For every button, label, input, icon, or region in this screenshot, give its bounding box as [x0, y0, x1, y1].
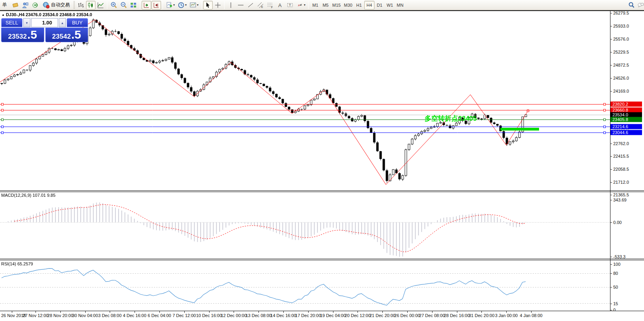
time-tick-mark	[184, 311, 185, 313]
volume-down-button[interactable]: ▾	[23, 18, 30, 27]
chart-shift-icon	[153, 2, 160, 9]
toolbar-right-group	[627, 0, 644, 10]
bar-chart-icon	[77, 2, 84, 9]
timeframe-H1[interactable]: H1	[354, 1, 364, 9]
sell-button[interactable]: SELL	[1, 18, 22, 27]
chart-ohlc-header: ▲DJ30-,H4 23476.0 23534.0 23468.0 23534.…	[2, 12, 92, 17]
timeframe-M5[interactable]: M5	[320, 1, 331, 9]
buy-price-main: 23542	[52, 33, 71, 41]
toolbar-separator	[140, 1, 140, 9]
tile-windows-button[interactable]	[129, 1, 138, 9]
main-chart-canvas[interactable]	[0, 11, 610, 190]
templates-button[interactable]: ▾	[188, 1, 200, 9]
candlestick-chart-button[interactable]	[86, 1, 95, 9]
market-watch-button[interactable]	[21, 1, 30, 9]
time-axis: 26 Nov 201827 Nov 12:0028 Nov 20:0030 No…	[0, 311, 644, 321]
signal-button[interactable]	[30, 1, 40, 9]
rsi-pane-canvas[interactable]	[0, 261, 610, 311]
line-chart-button[interactable]	[96, 1, 105, 9]
time-tick-mark	[333, 311, 333, 313]
bar-chart-button[interactable]	[76, 1, 86, 9]
autotrading-button[interactable]: 自动交易	[40, 1, 72, 9]
price-line-badge: 23820.2	[610, 101, 642, 106]
time-tick-mark	[36, 311, 36, 313]
vertical-line-button[interactable]	[226, 1, 236, 9]
volume-input[interactable]: 1.00	[31, 18, 58, 27]
horizontal-line-icon	[237, 2, 244, 9]
text-icon: A	[277, 2, 284, 9]
search-button[interactable]	[627, 1, 636, 9]
equidistant-channel-button[interactable]: E	[256, 1, 265, 9]
toolbar-separator	[201, 1, 202, 9]
buy-price[interactable]: 23542 .5	[45, 28, 88, 42]
dropdown-arrow[interactable]: ▾	[185, 3, 187, 7]
axis-tick-mark	[610, 65, 612, 65]
timeframe-MN[interactable]: MN	[395, 1, 405, 9]
time-tick-label: 12 Dec 00:00	[221, 313, 247, 318]
axis-tick-mark	[610, 26, 612, 26]
sell-price[interactable]: 23532 .5	[1, 28, 44, 42]
axis-tick-label: 26279.5	[613, 11, 629, 15]
text-label-button[interactable]: T	[285, 1, 295, 9]
time-tick-mark	[12, 311, 12, 313]
one-click-trading-panel: SELL ▾ 1.00 ▴ BUY 23532 .5 23542 .5	[1, 18, 88, 42]
axis-tick-label: 343.69	[613, 198, 627, 202]
trendline-button[interactable]	[246, 1, 255, 9]
buy-button[interactable]: BUY	[67, 18, 88, 27]
time-tick-label: 30 Nov 04:00	[72, 313, 98, 318]
zoom-in-button[interactable]	[109, 1, 118, 9]
pane-divider[interactable]	[0, 190, 644, 192]
time-tick-mark	[308, 311, 309, 313]
fibonacci-button[interactable]: F	[266, 1, 275, 9]
text-button[interactable]: A	[275, 1, 285, 9]
time-tick-mark	[382, 311, 383, 313]
text-label-icon: T	[286, 2, 294, 9]
profiles-icon	[12, 2, 19, 9]
toolbar-separator	[163, 1, 163, 9]
chat-button[interactable]	[636, 1, 644, 9]
timeframe-H4[interactable]: H4	[364, 1, 374, 9]
toolbar: 单 自动交易	[0, 0, 644, 10]
macd-pane-canvas[interactable]	[0, 192, 610, 258]
pane-divider[interactable]	[0, 259, 644, 260]
timeframe-D1[interactable]: D1	[374, 1, 385, 9]
time-tick-label: 7 Dec 12:00	[172, 313, 196, 318]
dropdown-arrow[interactable]: ▾	[304, 3, 305, 7]
timeframe-M1[interactable]: M1	[310, 1, 320, 9]
time-tick-label: 3 Dec 08:00	[98, 313, 122, 318]
volume-up-button[interactable]: ▴	[59, 18, 66, 27]
rsi-indicator-label: RSI(14) 65.2579	[1, 261, 33, 266]
time-tick-label: 17 Dec 20:00	[295, 313, 321, 318]
timeframe-M15[interactable]: M15	[331, 1, 342, 9]
zoom-out-button[interactable]	[119, 1, 128, 9]
time-tick-mark	[209, 311, 210, 313]
cursor-button[interactable]	[203, 1, 213, 9]
profiles-button[interactable]	[11, 1, 20, 9]
svg-text:T: T	[289, 3, 291, 7]
chart-shift-button[interactable]	[152, 1, 161, 9]
ohlc-high: 23534.0	[43, 12, 58, 17]
periods-button[interactable]: ▾	[176, 1, 188, 9]
horizontal-line-button[interactable]	[236, 1, 245, 9]
dropdown-arrow[interactable]: ▾	[173, 3, 175, 7]
timeframe-W1[interactable]: W1	[385, 1, 395, 9]
price-line-badge: 23534.0	[610, 112, 642, 117]
axis-tick-label: 50	[613, 285, 618, 289]
buy-price-pip: .5	[71, 29, 81, 41]
axis-tick-mark	[610, 200, 612, 200]
toolbar-grip	[73, 1, 75, 9]
indicators-button[interactable]: ▾	[165, 1, 176, 9]
ohlc-close: 23534.0	[77, 12, 92, 17]
trendline-icon	[247, 2, 254, 9]
axis-tick-label: 0.00	[613, 220, 622, 225]
sell-price-main: 23532	[8, 33, 27, 41]
new-order-button[interactable]: 单	[1, 1, 10, 9]
timeframe-M30[interactable]: M30	[342, 1, 354, 9]
arrows-button[interactable]: ▾	[295, 1, 307, 9]
price-line-badge: 23044.6	[610, 130, 642, 135]
dropdown-arrow[interactable]: ▾	[197, 3, 198, 7]
cursor-icon	[204, 2, 212, 9]
auto-scroll-button[interactable]	[142, 1, 151, 9]
crosshair-button[interactable]	[213, 1, 223, 9]
time-tick-mark	[60, 311, 61, 313]
